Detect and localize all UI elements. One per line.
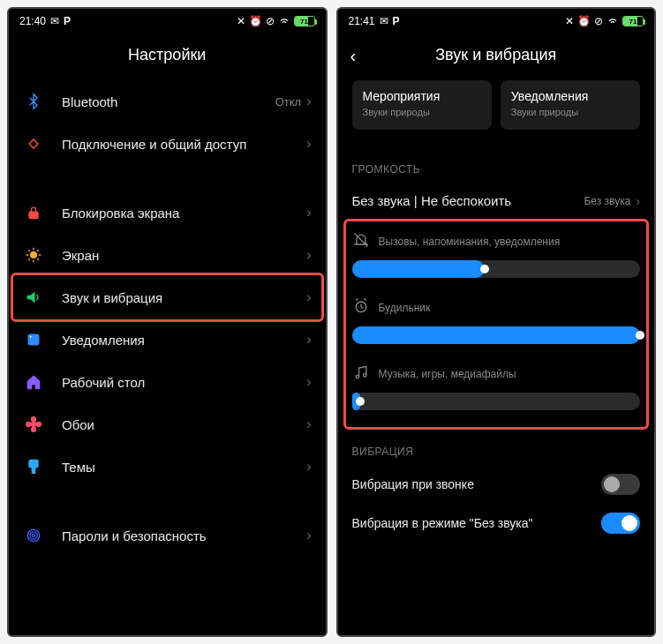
- row-label: Пароли и безопасность: [62, 528, 306, 543]
- share-icon: [23, 135, 44, 153]
- row-label: Темы: [62, 460, 306, 475]
- settings-row-notif[interactable]: Уведомления›: [9, 318, 326, 361]
- chevron-right-icon: ›: [306, 416, 311, 432]
- card-events[interactable]: Мероприятия Звуки природы: [352, 80, 492, 130]
- card-title: Уведомления: [511, 89, 629, 103]
- chevron-right-icon: ›: [636, 194, 640, 208]
- page-title: Настройки: [9, 34, 326, 80]
- p-icon: P: [64, 15, 71, 27]
- bluetooth-icon: [23, 93, 44, 110]
- volume-row-music: Музыка, игры, медиафайлы: [338, 356, 655, 423]
- chevron-right-icon: ›: [306, 289, 311, 305]
- sun-icon: [23, 246, 44, 264]
- toggle-label: Вибрация при звонке: [352, 477, 602, 491]
- volume-slider[interactable]: [352, 326, 641, 344]
- status-time: 21:40: [19, 15, 46, 27]
- card-sub: Звуки природы: [363, 107, 481, 117]
- row-label: Уведомления: [62, 333, 306, 348]
- svg-point-3: [29, 335, 32, 338]
- svg-point-8: [36, 423, 41, 427]
- chevron-right-icon: ›: [306, 332, 311, 348]
- svg-point-4: [32, 423, 36, 427]
- svg-point-16: [363, 374, 365, 377]
- settings-row-finger[interactable]: Пароли и безопасность›: [9, 514, 326, 557]
- volume-row-alarm: Будильник: [338, 290, 655, 356]
- svg-point-12: [30, 532, 37, 539]
- settings-row-sound[interactable]: Звук и вибрация›: [9, 276, 326, 318]
- nosim-icon: ⊘: [266, 15, 275, 27]
- chevron-right-icon: ›: [306, 136, 311, 152]
- settings-row-home[interactable]: Рабочий стол›: [9, 361, 326, 403]
- svg-point-6: [32, 427, 36, 431]
- sliders-group: Вызовы, напоминания, уведомленияБудильни…: [338, 219, 655, 430]
- back-button[interactable]: ‹: [350, 46, 357, 66]
- wifi-icon: [278, 14, 290, 29]
- chevron-right-icon: ›: [306, 94, 311, 109]
- phone-right: 21:41 ✉ P ✕ ⏰ ⊘ 71 ‹ Звук и вибрация Мер…: [336, 7, 657, 637]
- vibrate-icon: ✕: [565, 15, 574, 27]
- bell-icon: [352, 231, 370, 251]
- alarm-icon: ⏰: [577, 15, 591, 27]
- card-title: Мероприятия: [363, 89, 481, 103]
- svg-point-7: [26, 423, 31, 427]
- chevron-right-icon: ›: [306, 528, 311, 543]
- row-label: Блокировка экрана: [62, 206, 306, 221]
- row-label: Подключение и общий доступ: [62, 137, 306, 152]
- toggle-row-silent[interactable]: Вибрация в режиме "Без звука": [338, 504, 655, 543]
- silent-row[interactable]: Без звука | Не беспокоить Без звука ›: [338, 183, 655, 219]
- music-icon: [352, 363, 370, 384]
- battery-icon: 71: [622, 16, 644, 26]
- settings-row-bluetooth[interactable]: BluetoothОткл›: [9, 80, 326, 123]
- svg-rect-9: [29, 461, 38, 468]
- settings-row-lock[interactable]: Блокировка экрана›: [9, 191, 326, 234]
- toggle-switch[interactable]: [601, 513, 640, 534]
- section-vibration: ВИБРАЦИЯ: [338, 430, 655, 465]
- silent-value: Без звука: [584, 195, 630, 207]
- row-label: Обои: [62, 417, 306, 432]
- lock-icon: [23, 204, 44, 221]
- settings-row-sun[interactable]: Экран›: [9, 234, 326, 276]
- toggle-row-ring[interactable]: Вибрация при звонке: [338, 465, 655, 504]
- section-volume: ГРОМКОСТЬ: [338, 147, 655, 183]
- alarm-icon: [352, 297, 370, 318]
- toggle-switch[interactable]: [601, 474, 640, 495]
- settings-row-flower[interactable]: Обои›: [9, 403, 326, 446]
- chevron-right-icon: ›: [306, 247, 311, 263]
- volume-label: Вызовы, напоминания, уведомления: [379, 236, 561, 248]
- finger-icon: [23, 527, 44, 544]
- card-sub: Звуки природы: [511, 107, 629, 117]
- brush-icon: [23, 458, 44, 476]
- flower-icon: [23, 416, 44, 433]
- p-icon: P: [393, 15, 400, 27]
- toggle-label: Вибрация в режиме "Без звука": [352, 516, 602, 530]
- statusbar: 21:41 ✉ P ✕ ⏰ ⊘ 71: [338, 9, 655, 34]
- svg-point-15: [356, 375, 358, 378]
- mail-icon: ✉: [50, 15, 59, 27]
- settings-row-brush[interactable]: Темы›: [9, 446, 326, 488]
- statusbar: 21:40 ✉ P ✕ ⏰ ⊘ 71: [9, 9, 326, 34]
- chevron-right-icon: ›: [306, 205, 311, 221]
- svg-rect-10: [32, 468, 34, 474]
- sound-icon: [23, 288, 44, 306]
- card-notifications[interactable]: Уведомления Звуки природы: [501, 80, 640, 130]
- home-icon: [23, 373, 44, 391]
- phone-left: 21:40 ✉ P ✕ ⏰ ⊘ 71 Настройки BluetoothОт…: [7, 7, 328, 637]
- settings-row-share[interactable]: Подключение и общий доступ›: [9, 123, 326, 165]
- mail-icon: ✉: [380, 15, 388, 27]
- status-time: 21:41: [349, 15, 375, 27]
- row-value: Откл: [275, 95, 302, 109]
- row-label: Рабочий стол: [62, 375, 306, 390]
- vibrate-icon: ✕: [237, 15, 245, 27]
- volume-slider[interactable]: [352, 393, 641, 410]
- svg-point-1: [31, 252, 37, 258]
- volume-slider[interactable]: [352, 260, 641, 278]
- chevron-right-icon: ›: [306, 374, 311, 390]
- wifi-icon: [606, 14, 619, 29]
- row-label: Bluetooth: [62, 94, 275, 109]
- nosim-icon: ⊘: [594, 15, 603, 27]
- volume-label: Будильник: [379, 302, 431, 314]
- volume-row-bell: Вызовы, напоминания, уведомления: [338, 224, 655, 290]
- svg-point-13: [32, 534, 34, 536]
- chevron-right-icon: ›: [306, 459, 311, 475]
- row-label: Звук и вибрация: [62, 290, 306, 305]
